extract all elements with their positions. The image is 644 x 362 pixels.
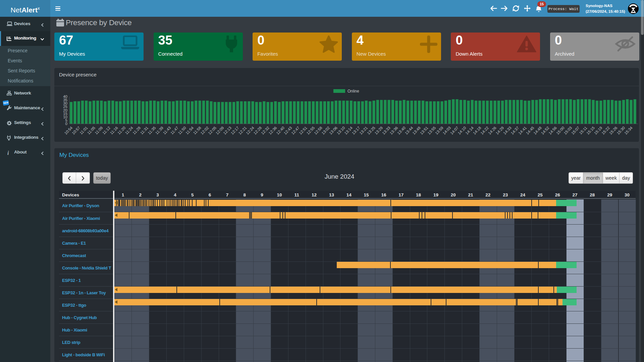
svg-text:14:14: 14:14 <box>465 126 474 135</box>
svg-text:10:54: 10:54 <box>64 126 73 135</box>
svg-text:12:09: 12:09 <box>215 126 225 135</box>
svg-text:12:17: 12:17 <box>230 126 240 135</box>
svg-text:14:45: 14:45 <box>525 126 535 135</box>
svg-text:15:00: 15:00 <box>555 126 565 135</box>
svg-text:13:36: 13:36 <box>389 126 399 135</box>
svg-text:10:57: 10:57 <box>71 126 81 135</box>
svg-text:13:14: 13:14 <box>343 126 353 135</box>
svg-text:11:39: 11:39 <box>155 126 164 135</box>
svg-text:12:13: 12:13 <box>222 126 232 135</box>
svg-text:15:30: 15:30 <box>616 126 626 135</box>
svg-text:11:43: 11:43 <box>162 126 172 135</box>
svg-text:13:10: 13:10 <box>336 126 346 135</box>
svg-text:14:52: 14:52 <box>540 126 550 135</box>
svg-text:13:33: 13:33 <box>381 126 391 135</box>
svg-text:14:03: 14:03 <box>442 126 452 135</box>
svg-text:40: 40 <box>63 95 67 99</box>
svg-text:11:50: 11:50 <box>177 126 187 135</box>
svg-text:13:21: 13:21 <box>359 126 368 135</box>
svg-text:13:48: 13:48 <box>412 126 421 135</box>
svg-text:14:56: 14:56 <box>548 126 557 135</box>
svg-text:13:51: 13:51 <box>419 126 429 135</box>
svg-text:12:43: 12:43 <box>283 126 293 135</box>
svg-text:14:07: 14:07 <box>449 126 459 135</box>
svg-text:12:36: 12:36 <box>268 126 278 135</box>
svg-text:12:51: 12:51 <box>298 126 308 135</box>
svg-text:15:11: 15:11 <box>578 126 588 135</box>
svg-text:14:29: 14:29 <box>495 126 505 135</box>
svg-text:11:24: 11:24 <box>124 126 134 135</box>
svg-text:14:10: 14:10 <box>457 126 467 135</box>
svg-text:12:58: 12:58 <box>313 126 323 135</box>
svg-text:12:05: 12:05 <box>207 126 217 135</box>
svg-text:12:55: 12:55 <box>306 126 316 135</box>
svg-text:12:21: 12:21 <box>238 126 248 135</box>
svg-text:11:35: 11:35 <box>147 126 156 135</box>
svg-text:12:40: 12:40 <box>275 126 285 135</box>
svg-text:11:12: 11:12 <box>102 126 111 135</box>
svg-text:15:26: 15:26 <box>608 126 618 135</box>
svg-text:11:28: 11:28 <box>132 126 141 135</box>
svg-text:13:44: 13:44 <box>404 126 414 135</box>
svg-text:13:25: 13:25 <box>366 126 376 135</box>
svg-text:15:19: 15:19 <box>593 126 603 135</box>
svg-text:11:01: 11:01 <box>79 126 88 135</box>
svg-text:15:22: 15:22 <box>601 126 610 135</box>
svg-text:15:07: 15:07 <box>571 126 580 135</box>
svg-text:13:06: 13:06 <box>328 126 338 135</box>
svg-text:12:02: 12:02 <box>200 126 210 135</box>
svg-text:Online: Online <box>347 89 359 94</box>
svg-text:12:32: 12:32 <box>260 126 270 135</box>
svg-text:13:55: 13:55 <box>427 126 437 135</box>
svg-text:11:54: 11:54 <box>185 126 195 135</box>
svg-text:12:47: 12:47 <box>290 126 300 135</box>
svg-text:15:15: 15:15 <box>586 126 595 135</box>
svg-text:15:34: 15:34 <box>624 126 633 135</box>
svg-text:13:59: 13:59 <box>434 126 444 135</box>
svg-text:11:58: 11:58 <box>193 126 202 135</box>
svg-text:13:29: 13:29 <box>374 126 384 135</box>
svg-text:15:03: 15:03 <box>563 126 573 135</box>
svg-text:12:28: 12:28 <box>253 126 263 135</box>
svg-text:14:48: 14:48 <box>533 126 542 135</box>
svg-text:13:40: 13:40 <box>396 126 406 135</box>
svg-text:14:41: 14:41 <box>518 126 527 135</box>
svg-text:14:18: 14:18 <box>472 126 482 135</box>
svg-text:11:05: 11:05 <box>87 126 96 135</box>
svg-text:13:17: 13:17 <box>351 126 361 135</box>
svg-text:14:22: 14:22 <box>480 126 489 135</box>
svg-text:14:33: 14:33 <box>502 126 512 135</box>
svg-text:13:02: 13:02 <box>321 126 331 135</box>
svg-text:11:16: 11:16 <box>109 126 119 135</box>
svg-text:12:24: 12:24 <box>245 126 255 135</box>
svg-text:14:26: 14:26 <box>487 126 497 135</box>
svg-text:11:20: 11:20 <box>117 126 126 135</box>
svg-text:11:09: 11:09 <box>94 126 103 135</box>
svg-text:11:31: 11:31 <box>140 126 149 135</box>
svg-text:11:47: 11:47 <box>170 126 179 135</box>
svg-text:14:37: 14:37 <box>510 126 520 135</box>
